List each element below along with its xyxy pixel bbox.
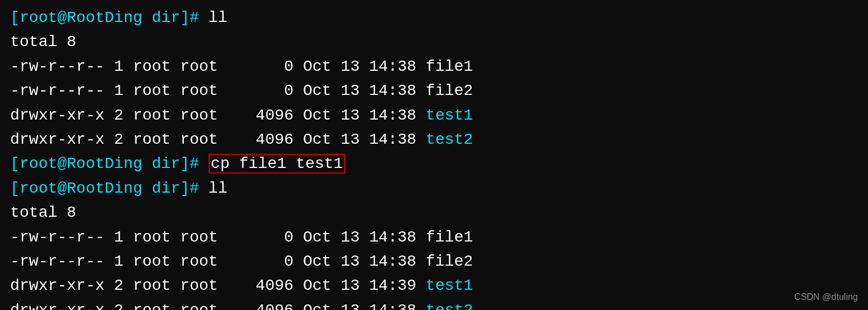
highlighted-command: cp file1 test1 (209, 154, 345, 174)
file-permissions: -rw-r--r-- 1 root root 0 Oct 13 14:38 fi… (10, 58, 473, 75)
terminal-line: total 8 (10, 30, 858, 54)
terminal-line: drwxr-xr-x 2 root root 4096 Oct 13 14:39… (10, 273, 858, 298)
terminal-line: drwxr-xr-x 2 root root 4096 Oct 13 14:38… (10, 127, 858, 152)
terminal-line: -rw-r--r-- 1 root root 0 Oct 13 14:38 fi… (10, 225, 858, 249)
dir-permissions: drwxr-xr-x 2 root root 4096 Oct 13 14:38 (10, 302, 426, 310)
prompt: [root@RootDing dir]# (10, 155, 209, 172)
file-permissions: -rw-r--r-- 1 root root 0 Oct 13 14:38 fi… (10, 253, 473, 270)
terminal-line: [root@RootDing dir]# cp file1 test1 (10, 152, 858, 176)
command-text: ll (209, 180, 228, 197)
prompt: [root@RootDing dir]# (10, 180, 209, 197)
dir-name: test2 (426, 302, 473, 310)
terminal-line: drwxr-xr-x 2 root root 4096 Oct 13 14:38… (10, 103, 858, 127)
dir-permissions: drwxr-xr-x 2 root root 4096 Oct 13 14:38 (10, 131, 426, 148)
prompt: [root@RootDing dir]# (10, 9, 209, 26)
command-text: ll (209, 9, 228, 26)
output-text: total 8 (10, 204, 76, 221)
watermark: CSDN @dtuling (794, 290, 858, 304)
terminal-line: -rw-r--r-- 1 root root 0 Oct 13 14:38 fi… (10, 249, 858, 273)
dir-permissions: drwxr-xr-x 2 root root 4096 Oct 13 14:38 (10, 107, 426, 124)
dir-name: test1 (426, 277, 473, 294)
output-text: total 8 (10, 33, 76, 51)
terminal-line: drwxr-xr-x 2 root root 4096 Oct 13 14:38… (10, 298, 858, 310)
terminal-line: [root@RootDing dir]# ll (10, 6, 858, 30)
terminal-line: [root@RootDing dir]# ll (10, 176, 858, 200)
terminal-line: -rw-r--r-- 1 root root 0 Oct 13 14:38 fi… (10, 79, 858, 103)
terminal-line: total 8 (10, 200, 858, 225)
terminal-line: -rw-r--r-- 1 root root 0 Oct 13 14:38 fi… (10, 54, 858, 79)
dir-name: test1 (426, 107, 473, 124)
terminal-window: [root@RootDing dir]# ll total 8 -rw-r--r… (10, 6, 858, 304)
dir-permissions: drwxr-xr-x 2 root root 4096 Oct 13 14:39 (10, 277, 426, 294)
file-permissions: -rw-r--r-- 1 root root 0 Oct 13 14:38 fi… (10, 82, 473, 99)
file-permissions: -rw-r--r-- 1 root root 0 Oct 13 14:38 fi… (10, 229, 473, 246)
dir-name: test2 (426, 131, 473, 148)
